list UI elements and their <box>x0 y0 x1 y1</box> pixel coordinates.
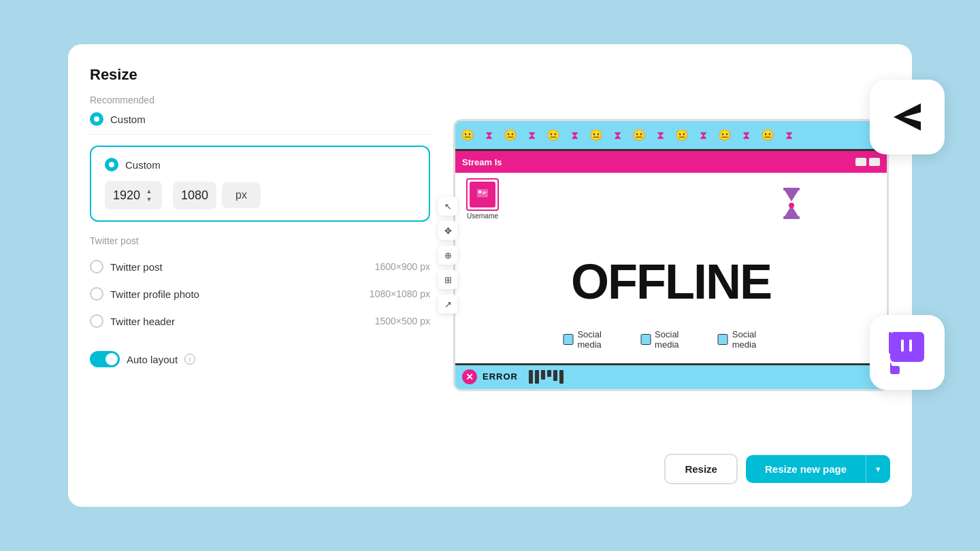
ep-face-6: 😐 <box>670 129 694 141</box>
error-text: ERROR <box>483 371 518 382</box>
social-item-1: Social media <box>564 329 625 350</box>
window-titlebar: Stream Is <box>455 151 887 173</box>
width-input-wrapper[interactable]: 1920 ▲ ▼ <box>105 181 162 210</box>
ep-face-4: 😐 <box>584 129 608 141</box>
twitter-header-label: Twitter header <box>110 316 368 327</box>
user-icon-inner <box>470 182 495 207</box>
hand-tool[interactable]: ✥ <box>438 221 457 240</box>
twitter-section: Twitter post Twitter post 1600×900 px Tw… <box>90 235 430 335</box>
width-stepper[interactable]: ▲ ▼ <box>144 188 154 203</box>
social-label-3: Social media <box>732 329 779 350</box>
ep-face-3: 😐 <box>541 129 566 141</box>
auto-layout-toggle[interactable] <box>90 351 120 367</box>
right-panel: ↖ ✥ ⊕ ⊞ ↗ 😐 ⧗ 😐 ⧗ 😐 <box>452 66 890 485</box>
resize-new-page-button[interactable]: Resize new page <box>746 455 866 483</box>
ep-face-2: 😐 <box>498 129 523 141</box>
auto-layout-info-icon[interactable]: i <box>184 354 195 365</box>
ep-hourglass-8: ⧗ <box>780 129 798 141</box>
bottom-bar: Resize Resize new page ▾ <box>452 444 890 485</box>
hourglass-center <box>778 186 805 223</box>
radio-custom-box-circle <box>105 158 118 171</box>
ep-hourglass-2: ⧗ <box>523 129 541 141</box>
twitter-post-option[interactable]: Twitter post 1600×900 px <box>90 253 430 280</box>
bottom-pattern: ↖ ♥ 😊 ↗ ♥ 😊 ↖ ♥ 😊 ↗ ♥ 😊 ↖ <box>455 388 887 389</box>
unit-display: px <box>222 182 261 208</box>
custom-selected-box: Custom 1920 ▲ ▼ 1080 px <box>90 146 430 222</box>
bar-1 <box>529 370 533 384</box>
bar-5 <box>553 370 557 381</box>
recommended-label: Recommended <box>90 95 430 105</box>
twitter-section-label: Twitter post <box>90 235 430 246</box>
cursor2-tool[interactable]: ↗ <box>438 295 457 314</box>
svg-point-6 <box>789 203 794 208</box>
twitch-logo-svg <box>883 329 931 376</box>
svg-rect-1 <box>478 190 481 193</box>
preview-area: ↖ ✥ ⊕ ⊞ ↗ 😐 ⧗ 😐 ⧗ 😐 <box>452 66 890 444</box>
radio-custom-box-label: Custom <box>125 159 161 171</box>
social-item-2: Social media <box>640 329 702 350</box>
left-panel: Resize Recommended Custom Custom 1920 ▲ … <box>90 66 430 485</box>
auto-layout-label: Auto layout <box>127 354 178 365</box>
twitter-profile-option[interactable]: Twitter profile photo 1080×1080 px <box>90 280 430 307</box>
social-row: Social media Social media Social media <box>564 329 779 350</box>
twitter-profile-label: Twitter profile photo <box>110 288 363 300</box>
auto-layout-row: Auto layout i <box>90 351 430 367</box>
ep-hourglass-6: ⧗ <box>694 129 713 141</box>
bar-3 <box>541 370 545 380</box>
twitter-post-size: 1600×900 px <box>375 261 430 272</box>
resize-new-page-group: Resize new page ▾ <box>746 455 890 483</box>
progress-bars <box>529 370 564 384</box>
bar-6 <box>559 370 564 384</box>
cursor-tool[interactable]: ↖ <box>438 197 457 216</box>
window-title-text: Stream Is <box>462 157 502 167</box>
stream-bg: 😐 ⧗ 😐 ⧗ 😐 ⧗ 😐 ⧗ 😐 ⧗ 😐 ⧗ 😐 <box>455 121 887 389</box>
svg-rect-2 <box>483 192 487 193</box>
radio-custom-top-circle <box>90 112 103 126</box>
capcut-logo-svg <box>883 93 931 141</box>
error-x-icon: ✕ <box>462 369 477 384</box>
social-icon-2 <box>640 334 651 345</box>
win-ctrl-1 <box>855 158 866 166</box>
ep-hourglass-5: ⧗ <box>651 129 670 141</box>
page-title: Resize <box>90 66 430 84</box>
radio-custom-top-label: Custom <box>110 114 146 125</box>
svg-rect-9 <box>889 332 892 354</box>
dimension-row: 1920 ▲ ▼ 1080 px <box>105 181 415 210</box>
width-decrement-btn[interactable]: ▼ <box>144 196 154 203</box>
twitter-post-radio <box>90 260 103 273</box>
width-value: 1920 <box>113 188 140 203</box>
resize-button[interactable]: Resize <box>664 454 738 484</box>
social-label-2: Social media <box>655 329 702 350</box>
radio-custom-box[interactable]: Custom <box>105 158 415 171</box>
radio-custom-top[interactable]: Custom <box>90 112 430 126</box>
user-icon-box <box>466 178 499 211</box>
twitter-header-option[interactable]: Twitter header 1500×500 px <box>90 307 430 335</box>
twitter-profile-size: 1080×1080 px <box>370 288 430 299</box>
left-tools: ↖ ✥ ⊕ ⊞ ↗ <box>438 197 457 314</box>
bar-2 <box>535 370 539 384</box>
expand-tool[interactable]: ⊞ <box>438 270 457 289</box>
stream-content: Username <box>455 173 887 363</box>
preview-card: 😐 ⧗ 😐 ⧗ 😐 ⧗ 😐 ⧗ 😐 ⧗ 😐 ⧗ 😐 <box>453 119 889 391</box>
twitter-profile-radio <box>90 287 103 301</box>
svg-rect-11 <box>909 339 912 352</box>
error-bar: ✕ ERROR <box>455 363 887 388</box>
ep-hourglass-4: ⧗ <box>608 129 627 141</box>
ep-face-7: 😐 <box>713 129 737 141</box>
win-ctrl-2 <box>869 158 880 166</box>
width-increment-btn[interactable]: ▲ <box>144 188 154 195</box>
zoom-tool[interactable]: ⊕ <box>438 246 457 265</box>
divider-1 <box>90 134 430 135</box>
twitter-header-size: 1500×500 px <box>375 316 430 327</box>
social-icon-3 <box>718 334 728 345</box>
svg-rect-5 <box>783 216 800 219</box>
emoji-pattern-top: 😐 ⧗ 😐 ⧗ 😐 ⧗ 😐 ⧗ 😐 ⧗ 😐 ⧗ 😐 <box>455 129 887 141</box>
social-icon-1 <box>564 334 574 345</box>
ep-face-8: 😐 <box>755 129 780 141</box>
offline-text: OFFLINE <box>571 254 771 310</box>
svg-rect-3 <box>483 193 485 194</box>
resize-new-page-dropdown[interactable]: ▾ <box>866 455 890 483</box>
ep-face-5: 😐 <box>627 129 651 141</box>
height-input-wrapper[interactable]: 1080 <box>173 182 216 210</box>
height-value: 1080 <box>181 188 208 203</box>
